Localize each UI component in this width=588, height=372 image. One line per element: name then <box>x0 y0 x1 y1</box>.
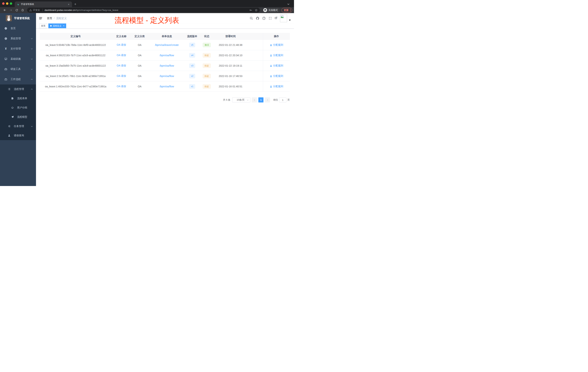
password-key-icon[interactable] <box>249 9 252 12</box>
sidebar-item-leave-query[interactable]: 请假查询 <box>0 131 36 140</box>
definition-category: OA <box>131 54 148 57</box>
sidebar-item-workflow[interactable]: 工作流程 <box>0 74 36 85</box>
definition-id: oa_leave:5:004b710b-7b8a-11ec-8ef0-acde4… <box>40 44 111 46</box>
definition-name-link[interactable]: OA 请假 <box>117 75 126 77</box>
sidebar-item-process-mgmt[interactable]: 流程管理 <box>0 85 36 94</box>
close-window-button[interactable] <box>2 2 5 5</box>
font-size-icon[interactable]: tT <box>275 17 277 20</box>
security-warning-icon[interactable] <box>29 9 32 11</box>
bookmark-star-icon[interactable] <box>255 9 258 12</box>
fullscreen-icon[interactable] <box>269 17 272 20</box>
sidebar-collapse-icon[interactable] <box>36 17 44 20</box>
app-navbar: 首页 / 流程定义 流程模型 - 定义列表 <box>36 13 294 23</box>
assign-rule-button[interactable]: 分配规则 <box>270 43 283 47</box>
form-info-link[interactable]: /bpm/oa/flow <box>160 54 174 57</box>
tag-home[interactable]: 首页 <box>39 23 47 28</box>
sidebar-item-payment-mgmt[interactable]: ¥ 支付管理 <box>0 44 36 54</box>
chevron-down-icon <box>31 58 33 60</box>
definition-name-link[interactable]: OA 请假 <box>117 43 126 46</box>
user-avatar[interactable] <box>280 14 287 22</box>
pagination: 共 5 条 10条/页 1 前往 页 <box>40 97 290 102</box>
minimize-window-button[interactable] <box>6 2 8 5</box>
sidebar-item-label: 流程模型 <box>17 115 27 119</box>
user-icon <box>270 85 272 88</box>
active-tag-dot <box>50 25 52 27</box>
breadcrumb-home[interactable]: 首页 <box>47 17 52 20</box>
assign-rule-button[interactable]: 分配规则 <box>270 64 283 67</box>
zoom-window-button[interactable] <box>10 2 12 5</box>
document-edit-icon <box>10 97 15 100</box>
goto-page-input[interactable] <box>279 97 286 102</box>
avatar-caret-down-icon[interactable] <box>289 20 291 21</box>
prev-page-button[interactable] <box>252 97 257 102</box>
tab-search-chevron-icon[interactable] <box>287 3 290 5</box>
assign-rule-button[interactable]: 分配规则 <box>270 85 283 88</box>
search-icon[interactable] <box>250 17 253 20</box>
help-question-icon[interactable] <box>262 17 266 20</box>
definition-category: OA <box>131 85 148 88</box>
sidebar-item-system-mgmt[interactable]: 系统管理 <box>0 33 36 44</box>
form-info-link[interactable]: /bpm/oa/leave/create <box>155 44 179 46</box>
page-size-select[interactable]: 10条/页 <box>232 97 250 102</box>
new-tab-button[interactable]: + <box>74 2 76 7</box>
form-info-link[interactable]: /bpm/oa/flow <box>160 64 174 67</box>
chrome-update-button[interactable]: 更新 <box>282 8 292 12</box>
browser-menu-kebab-icon[interactable] <box>290 9 291 12</box>
back-button[interactable] <box>3 9 6 12</box>
sidebar-item-label: 基础设施 <box>10 57 21 61</box>
definition-name-link[interactable]: OA 请假 <box>117 54 126 57</box>
chevron-down-icon <box>247 99 249 101</box>
sidebar-item-process-model[interactable]: 流程模型 <box>0 112 36 121</box>
tag-label: 流程定义 <box>53 24 62 27</box>
tag-process-definition[interactable]: 流程定义 × <box>48 23 66 28</box>
sidebar-item-home[interactable]: 首页 <box>0 23 36 33</box>
tag-close-icon[interactable]: × <box>63 25 64 27</box>
table-row: oa_leave:4:991f2193-7b7f-11ec-a3c8-acde4… <box>40 50 290 61</box>
page-number-button[interactable]: 1 <box>258 97 263 102</box>
app-title: 芋道管理系统 <box>14 17 30 20</box>
main-area: 首页 / 流程定义 流程模型 - 定义列表 <box>36 13 294 186</box>
sidebar-item-infrastructure[interactable]: 基础设施 <box>0 54 36 64</box>
form-info-link[interactable]: /bpm/oa/flow <box>160 75 174 77</box>
forward-button[interactable] <box>9 9 12 12</box>
github-icon[interactable] <box>256 17 259 20</box>
browser-toolbar: 不安全 dashboard.yudao.iocoder.cn/bpm/manag… <box>0 7 294 13</box>
deploy-time: 2022-01-16 01:40:51 <box>215 85 246 88</box>
chevron-down-icon <box>31 48 33 50</box>
column-header: 状态 <box>199 35 215 38</box>
chevron-up-icon <box>31 88 33 90</box>
form-info-link[interactable]: /bpm/oa/flow <box>160 85 174 88</box>
definition-category: OA <box>131 44 148 46</box>
breadcrumb-current: 流程定义 <box>56 17 67 20</box>
definition-id: oa_leave:3:1fad3d93-7b75-11ec-a3c8-acde4… <box>40 64 111 67</box>
sidebar-item-process-form[interactable]: 流程表单 <box>0 94 36 103</box>
logo-avatar <box>6 15 12 21</box>
definition-name-link[interactable]: OA 请假 <box>117 64 126 67</box>
sidebar-item-label: 用户分组 <box>17 106 27 109</box>
next-page-button[interactable] <box>265 97 270 102</box>
url-host: dashboard.yudao.iocoder.cn <box>44 9 75 11</box>
definition-table: 定义编号 定义名称 定义分类 表单信息 流程版本 状态 部署时间 操作 oa_l… <box>40 33 290 92</box>
security-label: 不安全 <box>33 9 40 12</box>
sidebar-item-dev-tools[interactable]: 研发工具 <box>0 64 36 74</box>
address-bar[interactable]: 不安全 dashboard.yudao.iocoder.cn/bpm/manag… <box>27 8 260 12</box>
table-row: oa_leave:1:482ec033-762a-11ec-8477-a2380… <box>40 81 290 92</box>
table-header-row: 定义编号 定义名称 定义分类 表单信息 流程版本 状态 部署时间 操作 <box>40 33 290 40</box>
sidebar-item-task-mgmt[interactable]: 任务管理 <box>0 121 36 131</box>
assign-rule-button[interactable]: 分配规则 <box>270 75 283 78</box>
breadcrumb-separator: / <box>54 17 54 20</box>
assign-rule-button[interactable]: 分配规则 <box>270 54 283 57</box>
tab-close-icon[interactable]: × <box>67 3 70 6</box>
page-content: 定义编号 定义名称 定义分类 表单信息 流程版本 状态 部署时间 操作 oa_l… <box>36 29 294 186</box>
sidebar-item-label: 工作流程 <box>10 78 21 81</box>
briefcase-icon <box>4 78 8 81</box>
definition-name-link[interactable]: OA 请假 <box>117 85 126 88</box>
reload-button[interactable] <box>15 9 18 12</box>
incognito-badge: 无痕模式 <box>263 8 280 12</box>
version-tag: v4 <box>189 53 195 57</box>
home-button[interactable] <box>21 9 24 12</box>
goto-label: 前往 <box>273 98 278 101</box>
sidebar-logo[interactable]: 芋道管理系统 <box>0 13 36 23</box>
sidebar-item-user-group[interactable]: 用户分组 <box>0 103 36 112</box>
browser-tab[interactable]: 芋道管理系统 × <box>15 1 72 7</box>
